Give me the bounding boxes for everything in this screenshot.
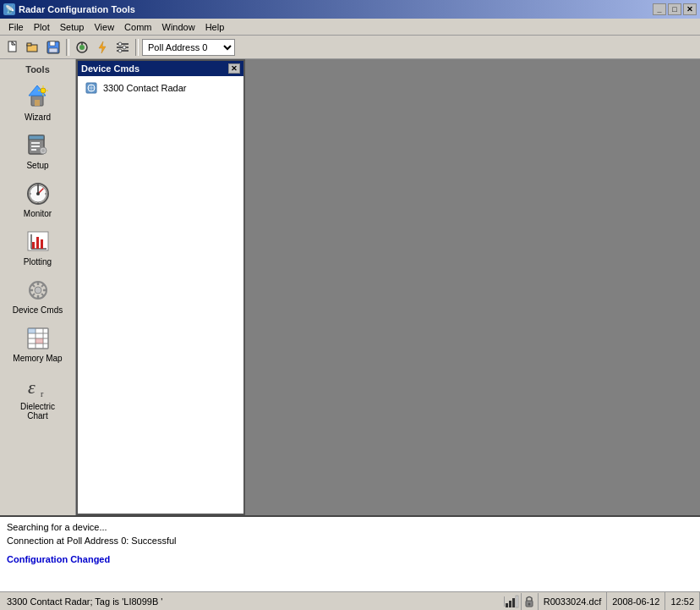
svg-point-15: [118, 42, 122, 46]
status-bar-time: 12:52: [665, 592, 700, 610]
svg-text:r: r: [41, 389, 44, 398]
device-cmds-close-button[interactable]: ✕: [228, 63, 240, 74]
lock-icon: [522, 593, 539, 610]
settings-button[interactable]: [113, 38, 132, 57]
new-button[interactable]: [3, 38, 22, 57]
sidebar-title: Tools: [25, 63, 50, 78]
monitor-icon: [25, 180, 52, 207]
device-cmds-content: 3300 Contact Radar: [78, 76, 243, 100]
svg-rect-73: [509, 601, 511, 607]
svg-line-56: [41, 284, 44, 287]
menu-setup[interactable]: Setup: [55, 20, 90, 34]
svg-rect-74: [512, 598, 515, 607]
main-area: Tools Wizard: [0, 59, 700, 515]
plotting-label: Plotting: [24, 257, 52, 267]
menu-help[interactable]: Help: [200, 20, 230, 34]
tool-device-cmds[interactable]: Device Cmds: [6, 272, 70, 319]
status-bar-device-info: 3300 Contact Radar; Tag is 'LI8099B ': [0, 596, 505, 607]
svg-point-21: [41, 88, 46, 93]
svg-point-9: [79, 45, 85, 50]
window-title: Radar Configuration Tools: [19, 4, 135, 14]
svg-marker-11: [99, 41, 106, 53]
tool-dielectric-chart[interactable]: ε r Dielectric Chart: [6, 369, 70, 425]
tool-setup[interactable]: Setup: [6, 128, 70, 174]
plotting-icon: [25, 228, 52, 256]
device-item-radar[interactable]: 3300 Contact Radar: [81, 80, 240, 96]
status-line-1: Searching for a device...: [7, 520, 693, 534]
minimize-button[interactable]: _: [653, 3, 666, 15]
status-bar-date: 2008-06-12: [607, 592, 665, 610]
svg-point-49: [35, 287, 41, 294]
device-item-icon: [85, 81, 98, 95]
status-area: Searching for a device... Connection at …: [0, 515, 700, 591]
memory-map-label: Memory Map: [13, 354, 62, 363]
title-bar: 📡 Radar Configuration Tools _ □ ✕: [0, 0, 700, 19]
flash-button[interactable]: [93, 38, 112, 57]
device-cmds-title: Device Cmds: [81, 63, 139, 74]
svg-rect-46: [36, 237, 39, 249]
tool-wizard[interactable]: Wizard: [6, 80, 70, 126]
device-item-label: 3300 Contact Radar: [103, 83, 186, 93]
svg-line-57: [32, 294, 35, 296]
tool-memory-map[interactable]: Memory Map: [6, 321, 70, 367]
status-bar: 3300 Contact Radar; Tag is 'LI8099B ' R0…: [0, 591, 700, 610]
wizard-icon: [25, 84, 52, 111]
save-button[interactable]: [44, 38, 63, 57]
menu-file[interactable]: File: [3, 20, 29, 34]
monitor-label: Monitor: [24, 209, 52, 218]
tool-plotting[interactable]: Plotting: [6, 224, 70, 271]
svg-point-37: [36, 192, 40, 195]
signal-strength-icon: [505, 593, 522, 610]
svg-rect-45: [32, 242, 35, 249]
svg-rect-27: [29, 135, 44, 140]
tools-sidebar: Tools Wizard: [0, 59, 76, 515]
svg-rect-6: [50, 41, 55, 46]
svg-rect-65: [36, 338, 43, 343]
setup-label: Setup: [26, 161, 48, 170]
poll-address-dropdown[interactable]: Poll Address 0 Poll Address 1 Poll Addre…: [142, 39, 235, 56]
svg-rect-72: [506, 603, 508, 607]
svg-point-77: [528, 602, 531, 605]
svg-point-17: [118, 49, 122, 52]
menu-bar: File Plot Setup View Comm Window Help: [0, 19, 700, 36]
svg-rect-75: [516, 596, 518, 607]
svg-rect-30: [31, 149, 36, 151]
content-area: [245, 59, 700, 515]
device-cmds-label: Device Cmds: [13, 305, 63, 315]
svg-text:ε: ε: [28, 376, 36, 398]
menu-comm[interactable]: Comm: [119, 20, 156, 34]
svg-rect-47: [41, 239, 43, 249]
status-bar-filename: R0033024.dcf: [539, 592, 608, 610]
dielectric-chart-icon: ε r: [25, 373, 52, 400]
svg-rect-7: [49, 48, 57, 52]
tool-monitor[interactable]: Monitor: [6, 176, 70, 223]
config-changed-text: Configuration Changed: [7, 554, 693, 564]
device-cmds-panel: Device Cmds ✕ 3300 Contact Radar: [76, 59, 245, 515]
svg-rect-4: [27, 43, 31, 46]
menu-view[interactable]: View: [89, 20, 119, 34]
device-cmds-icon: [25, 277, 52, 304]
toolbar-sep-1: [66, 39, 69, 56]
wizard-label: Wizard: [25, 113, 51, 122]
toolbar-sep-2: [135, 39, 139, 56]
menu-plot[interactable]: Plot: [29, 20, 55, 34]
toolbar: Poll Address 0 Poll Address 1 Poll Addre…: [0, 36, 700, 59]
menu-window[interactable]: Window: [157, 20, 200, 34]
svg-point-32: [41, 149, 45, 152]
svg-rect-29: [31, 146, 40, 147]
connect-button[interactable]: [73, 38, 91, 57]
svg-line-54: [32, 284, 35, 287]
close-button[interactable]: ✕: [683, 3, 697, 15]
svg-rect-20: [35, 100, 40, 106]
svg-line-55: [41, 294, 44, 296]
maximize-button[interactable]: □: [668, 3, 681, 15]
svg-rect-28: [31, 142, 40, 144]
app-icon: 📡: [3, 3, 15, 15]
open-button[interactable]: [24, 38, 42, 57]
svg-point-16: [123, 46, 126, 49]
status-line-2: Connection at Poll Address 0: Successful: [7, 534, 693, 547]
dielectric-chart-label: Dielectric Chart: [10, 402, 66, 420]
memory-map-icon: [25, 325, 52, 352]
device-cmds-header: Device Cmds ✕: [78, 61, 243, 76]
svg-rect-64: [28, 328, 36, 333]
